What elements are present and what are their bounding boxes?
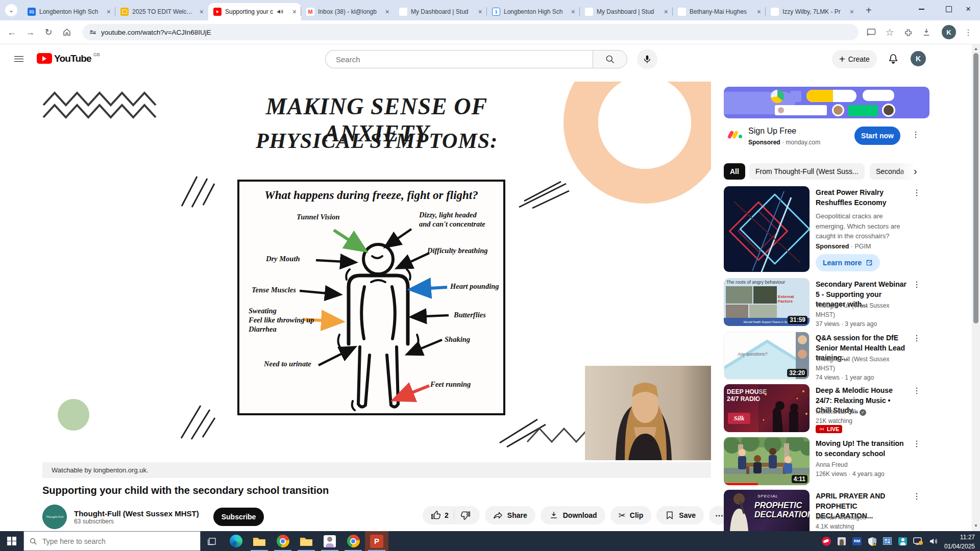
- site-settings-icon[interactable]: [90, 30, 96, 35]
- tray-rm-icon[interactable]: RM: [849, 531, 865, 551]
- tab-longbenton-calendar-2[interactable]: 1 Longbenton High Sch ×: [487, 3, 580, 20]
- ad-thumbnail[interactable]: [724, 186, 810, 272]
- ad-title[interactable]: Sign Up Free: [748, 127, 796, 136]
- scrollbar-thumb[interactable]: [973, 53, 978, 323]
- ad-menu-icon[interactable]: ⋮: [912, 130, 920, 139]
- item-menu-icon[interactable]: ⋮: [913, 333, 921, 343]
- taskbar-chrome-2-icon[interactable]: [341, 531, 365, 551]
- save-button[interactable]: Save: [656, 506, 704, 524]
- profile-avatar[interactable]: K: [942, 25, 956, 39]
- tab-close-icon[interactable]: ×: [755, 8, 763, 16]
- address-bar[interactable]: youtube.com/watch?v=ACJIn68IUjE: [83, 24, 859, 40]
- video-player[interactable]: MAKING SENSE OF ANXIETY PHYSICAL SYMPTOM…: [42, 82, 711, 460]
- voice-search-button[interactable]: [637, 49, 657, 69]
- forward-icon[interactable]: →: [23, 26, 37, 39]
- tab-close-icon[interactable]: ×: [291, 8, 298, 16]
- tab-close-icon[interactable]: ×: [384, 8, 391, 16]
- youtube-logo[interactable]: YouTube GB: [37, 53, 100, 64]
- tab-gmail[interactable]: M Inbox (38) - kl@longb ×: [301, 3, 394, 20]
- share-button[interactable]: Share: [485, 506, 535, 524]
- tab-youtube-active[interactable]: Supporting your c ×: [208, 3, 301, 20]
- like-button[interactable]: 2: [426, 510, 454, 520]
- item-menu-icon[interactable]: ⋮: [913, 188, 921, 197]
- learn-more-button[interactable]: Learn more: [816, 254, 880, 271]
- tray-window-icon[interactable]: [880, 531, 895, 551]
- item-menu-icon[interactable]: ⋮: [913, 439, 921, 448]
- taskbar-edge-icon[interactable]: [224, 531, 248, 551]
- tray-security-shield-icon[interactable]: [865, 531, 880, 551]
- item-menu-icon[interactable]: ⋮: [913, 280, 921, 289]
- tab-longbenton-calendar[interactable]: 31 Longbenton High Sch ×: [22, 3, 115, 20]
- taskbar-chrome-icon[interactable]: [271, 531, 295, 551]
- video-item-title[interactable]: Moving Up! The transition to secondary s…: [816, 439, 906, 459]
- scroll-down-icon[interactable]: ▼: [972, 521, 980, 530]
- taskbar-file-explorer-icon[interactable]: [248, 531, 271, 551]
- tab-close-icon[interactable]: ×: [570, 8, 577, 16]
- taskbar-clock[interactable]: 11:27 01/04/2025: [941, 531, 980, 551]
- create-button[interactable]: + Create: [832, 50, 877, 68]
- cast-icon[interactable]: [865, 26, 878, 39]
- chip-from-channel[interactable]: From Thought-Full (West Suss...: [749, 163, 865, 180]
- chip-secondary[interactable]: Seconda: [870, 163, 916, 180]
- window-minimize-button[interactable]: [910, 0, 933, 18]
- chips-scroll-right-icon[interactable]: ›: [914, 165, 917, 177]
- item-menu-icon[interactable]: ⋮: [913, 386, 921, 395]
- tab-izzy[interactable]: Izzy Wilby, 7LMK - Pr ×: [766, 3, 859, 20]
- extensions-icon[interactable]: [901, 26, 915, 39]
- ad-item-title[interactable]: Great Power Rivalry Reshuffles Economy: [816, 188, 909, 208]
- dislike-button[interactable]: [454, 510, 477, 520]
- home-icon[interactable]: [60, 26, 74, 39]
- download-button[interactable]: Download: [541, 506, 605, 524]
- tray-contact-icon[interactable]: [834, 531, 849, 551]
- ad-banner[interactable]: [724, 87, 929, 118]
- clip-button[interactable]: ✂ Clip: [610, 506, 652, 524]
- tab-dashboard-2[interactable]: My Dashboard | Stud ×: [580, 3, 673, 20]
- tab-slides[interactable]: 2025 TO EDIT Welcom ×: [115, 3, 208, 20]
- tab-close-icon[interactable]: ×: [848, 8, 855, 16]
- taskbar-file-explorer-2-icon[interactable]: [295, 531, 318, 551]
- reload-icon[interactable]: ↻: [42, 26, 55, 39]
- scroll-up-icon[interactable]: ▲: [972, 44, 980, 53]
- video-thumbnail[interactable]: DEEP HOUSE 24/7 RADIO Silk: [724, 384, 810, 432]
- url-text[interactable]: youtube.com/watch?v=ACJIn68IUjE: [101, 29, 211, 36]
- download-icon[interactable]: [920, 26, 933, 39]
- tab-search-button[interactable]: ⌄: [5, 4, 17, 16]
- tray-volume-icon[interactable]: [926, 531, 941, 551]
- tray-screenshare-icon[interactable]: [911, 531, 926, 551]
- video-thumbnail[interactable]: SPECIAL PROPHETIC DECLARATION: [724, 490, 810, 531]
- guide-menu-icon[interactable]: [14, 54, 23, 64]
- search-input[interactable]: [335, 55, 561, 64]
- bookmark-star-icon[interactable]: ☆: [883, 26, 896, 39]
- tab-dashboard-1[interactable]: My Dashboard | Stud ×: [394, 3, 487, 20]
- tab-close-icon[interactable]: ×: [663, 8, 670, 16]
- video-thumbnail[interactable]: Any questions? 32:20: [724, 332, 810, 380]
- chip-all[interactable]: All: [724, 163, 745, 180]
- taskbar-powerpoint-icon[interactable]: P: [365, 531, 388, 551]
- notifications-button[interactable]: [887, 52, 899, 66]
- task-view-button[interactable]: [201, 531, 224, 551]
- browser-menu-icon[interactable]: ⋮: [962, 26, 975, 39]
- tab-close-icon[interactable]: ×: [198, 8, 205, 16]
- ad-cta-button[interactable]: Start now: [854, 127, 900, 145]
- taskbar-contacts-icon[interactable]: [318, 531, 341, 551]
- tray-trend-micro-icon[interactable]: [819, 531, 834, 551]
- search-button[interactable]: [593, 50, 627, 68]
- subscribe-button[interactable]: Subscribe: [213, 508, 264, 526]
- video-thumbnail[interactable]: 4:11: [724, 437, 810, 485]
- search-box[interactable]: [325, 50, 593, 68]
- item-menu-icon[interactable]: ⋮: [913, 491, 921, 501]
- tab-close-icon[interactable]: ×: [477, 8, 484, 16]
- tab-close-icon[interactable]: ×: [105, 8, 112, 16]
- window-close-button[interactable]: ×: [957, 0, 980, 18]
- youtube-avatar[interactable]: K: [911, 51, 926, 66]
- taskbar-search-input[interactable]: [41, 537, 186, 546]
- tray-person-icon[interactable]: [895, 531, 911, 551]
- new-tab-button[interactable]: +: [866, 5, 872, 15]
- back-icon[interactable]: ←: [5, 26, 18, 39]
- video-thumbnail[interactable]: The roots of angry behaviour External Fa…: [724, 278, 810, 326]
- tab-audio-icon[interactable]: [277, 8, 284, 15]
- taskbar-search[interactable]: [23, 531, 201, 551]
- tab-bethany[interactable]: Bethany-Mai Hughes ×: [673, 3, 766, 20]
- channel-name[interactable]: Thought-Full (West Sussex MHST): [74, 509, 199, 518]
- start-button[interactable]: [0, 531, 23, 551]
